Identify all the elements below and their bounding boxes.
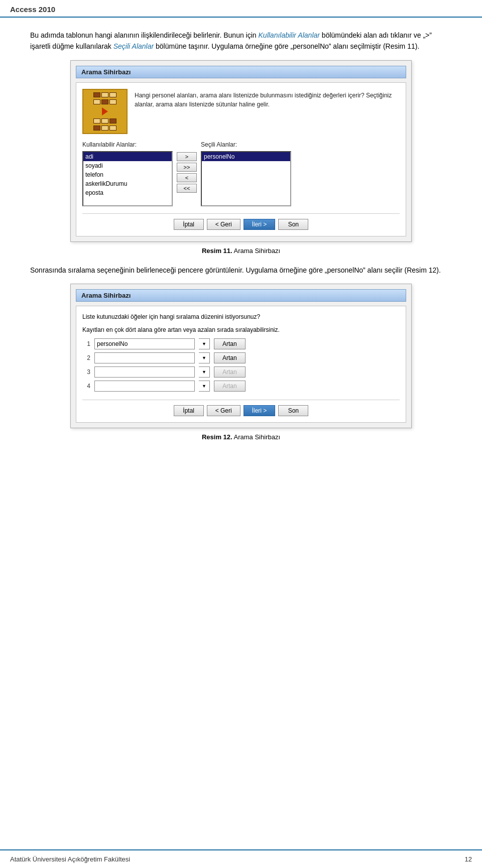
sort-row-3: 3 ▼ Artan bbox=[82, 366, 400, 378]
sort-desc1: Liste kutunuzdaki öğeler için hangi sıra… bbox=[82, 312, 400, 321]
sort-dropdown-3[interactable]: ▼ bbox=[199, 366, 210, 378]
field-item-telefon[interactable]: telefon bbox=[83, 170, 172, 179]
sort-dropdown-2[interactable]: ▼ bbox=[199, 352, 210, 363]
selected-field-personelno[interactable]: personelNo bbox=[202, 152, 290, 161]
sort-row-1: 1 personelNo ▼ Artan bbox=[82, 338, 400, 349]
dialog1-titlebar: Arama Sihirbazı bbox=[76, 66, 406, 78]
selected-label: Seçili Alanlar: bbox=[201, 141, 291, 148]
caption1-prefix: Resim 11. bbox=[202, 247, 232, 255]
available-fields-column: Kullanılabilir Alanlar: adi soyadi telef… bbox=[82, 141, 173, 206]
sort-order-btn-3: Artan bbox=[214, 366, 246, 378]
dialog2-inner: Liste kutunuzdaki öğeler için hangi sıra… bbox=[76, 306, 406, 423]
sort-num-2: 2 bbox=[82, 354, 90, 361]
dialog1-wrapper: Arama Sihirbazı bbox=[30, 60, 452, 242]
caption1-text: Arama Sihirbazı bbox=[232, 247, 280, 255]
dialog2: Arama Sihirbazı Liste kutunuzdaki öğeler… bbox=[70, 284, 412, 428]
caption2-text: Arama Sihirbazı bbox=[232, 433, 280, 441]
selected-listbox[interactable]: personelNo bbox=[201, 151, 291, 206]
field-item-soyadi[interactable]: soyadi bbox=[83, 161, 172, 170]
sort-value-1: personelNo bbox=[97, 340, 128, 347]
sort-num-3: 3 bbox=[82, 368, 90, 376]
para1-text: Bu adımda tablonun hangi alanının ilişki… bbox=[30, 31, 259, 39]
para1-link1: Kullanılabilir Alanlar bbox=[259, 31, 320, 39]
dialog1-finish-button[interactable]: Son bbox=[278, 219, 308, 230]
move-left-all-button[interactable]: << bbox=[177, 184, 197, 193]
sort-num-1: 1 bbox=[82, 340, 90, 347]
dialog1-top: Hangi personel alanları, arama alanı lis… bbox=[82, 89, 400, 134]
field-item-eposta[interactable]: eposta bbox=[83, 188, 172, 197]
sort-input-1[interactable]: personelNo bbox=[94, 338, 195, 349]
sort-order-btn-1[interactable]: Artan bbox=[214, 338, 246, 349]
move-left-one-button[interactable]: < bbox=[177, 173, 197, 182]
move-right-all-button[interactable]: >> bbox=[177, 163, 197, 172]
available-label: Kullanılabilir Alanlar: bbox=[82, 141, 173, 148]
move-right-one-button[interactable]: > bbox=[177, 152, 197, 161]
page-footer: Atatürk Üniversitesi Açıköğretim Fakülte… bbox=[0, 849, 482, 868]
wizard-icon bbox=[82, 89, 128, 134]
dialog1-buttons: İptal < Geri İleri > Son bbox=[82, 213, 400, 230]
main-content: Bu adımda tablonun hangi alanının ilişki… bbox=[0, 18, 482, 461]
dialog1: Arama Sihirbazı bbox=[70, 60, 412, 242]
dialog1-cancel-button[interactable]: İptal bbox=[174, 219, 204, 230]
para1-link2: Seçili Alanlar bbox=[113, 42, 154, 50]
paragraph-1: Bu adımda tablonun hangi alanının ilişki… bbox=[30, 30, 452, 52]
caption2: Resim 12. Arama Sihirbazı bbox=[30, 433, 452, 441]
arrow-buttons: > >> < << bbox=[177, 141, 197, 193]
wizard-icon-graphic bbox=[93, 92, 116, 131]
available-listbox[interactable]: adi soyadi telefon askerlikDurumu eposta bbox=[82, 151, 173, 206]
sort-num-4: 4 bbox=[82, 383, 90, 390]
dialog1-back-button[interactable]: < Geri bbox=[207, 219, 240, 230]
dialog1-inner: Hangi personel alanları, arama alanı lis… bbox=[76, 82, 406, 236]
dialog1-next-button[interactable]: İleri > bbox=[244, 219, 276, 230]
paragraph-2: Sonrasında sıralama seçeneğinin belirlen… bbox=[30, 265, 452, 276]
sort-row-4: 4 ▼ Artan bbox=[82, 381, 400, 392]
dialog2-title: Arama Sihirbazı bbox=[81, 292, 131, 299]
footer-page: 12 bbox=[465, 855, 472, 863]
sort-order-btn-4: Artan bbox=[214, 381, 246, 392]
dialog2-next-button[interactable]: İleri > bbox=[244, 405, 276, 416]
para1-end: bölümüne taşınır. Uygulama örneğine göre… bbox=[154, 42, 419, 50]
selected-fields-column: Seçili Alanlar: personelNo bbox=[201, 141, 291, 206]
dialog2-wrapper: Arama Sihirbazı Liste kutunuzdaki öğeler… bbox=[30, 284, 452, 428]
sort-desc2: Kayıtları en çok dört alana göre artan v… bbox=[82, 325, 400, 334]
dialog2-cancel-button[interactable]: İptal bbox=[174, 405, 204, 416]
header-title: Access 2010 bbox=[10, 5, 55, 14]
page-header: Access 2010 bbox=[0, 0, 482, 18]
sort-dropdown-4[interactable]: ▼ bbox=[199, 381, 210, 392]
caption2-prefix: Resim 12. bbox=[202, 433, 232, 441]
sort-input-4[interactable] bbox=[94, 381, 195, 392]
field-item-adi[interactable]: adi bbox=[83, 152, 172, 161]
sort-row-2: 2 ▼ Artan bbox=[82, 352, 400, 363]
sort-dropdown-1[interactable]: ▼ bbox=[199, 338, 210, 349]
dialog1-fields: Kullanılabilir Alanlar: adi soyadi telef… bbox=[82, 141, 400, 206]
dialog1-title: Arama Sihirbazı bbox=[81, 68, 131, 76]
dialog1-description: Hangi personel alanları, arama alanı lis… bbox=[135, 89, 400, 134]
sort-input-2[interactable] bbox=[94, 352, 195, 363]
field-item-askerlikdurumu[interactable]: askerlikDurumu bbox=[83, 179, 172, 188]
sort-input-3[interactable] bbox=[94, 366, 195, 378]
dialog2-finish-button[interactable]: Son bbox=[278, 405, 308, 416]
dialog2-buttons: İptal < Geri İleri > Son bbox=[82, 400, 400, 416]
caption1: Resim 11. Arama Sihirbazı bbox=[30, 247, 452, 255]
footer-institution: Atatürk Üniversitesi Açıköğretim Fakülte… bbox=[10, 855, 130, 863]
dialog2-titlebar: Arama Sihirbazı bbox=[76, 289, 406, 302]
dialog2-back-button[interactable]: < Geri bbox=[207, 405, 240, 416]
sort-order-btn-2[interactable]: Artan bbox=[214, 352, 246, 363]
